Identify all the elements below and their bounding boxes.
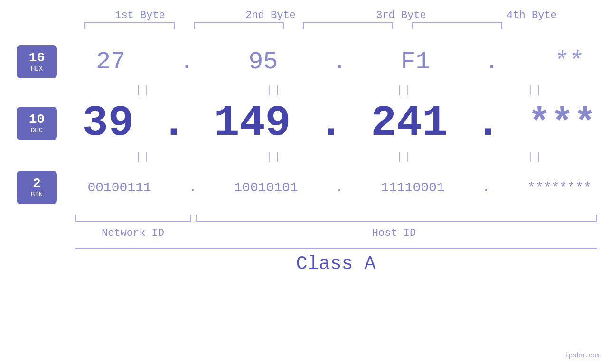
hex-base-name: HEX: [31, 65, 43, 73]
bin-dot2: .: [336, 180, 344, 195]
dec-byte3: 241: [371, 99, 448, 148]
bin-base-number: 2: [33, 177, 41, 191]
eq5: ||: [89, 151, 198, 163]
top-brackets: [75, 22, 597, 31]
bracket-byte1: [84, 22, 175, 29]
bin-row: 2 BIN 00100111 . 10010101 . 11110001 . *…: [0, 164, 610, 211]
network-id-label: Network ID: [75, 227, 191, 239]
byte3-label: 3rd Byte: [347, 9, 456, 21]
hex-base-number: 16: [29, 51, 45, 65]
dec-byte4: ***: [528, 102, 596, 145]
hex-byte4: **: [554, 48, 583, 76]
bin-values-area: 00100111 . 10010101 . 11110001 . *******…: [69, 180, 610, 195]
dec-base-name: DEC: [31, 127, 43, 134]
hex-base-badge: 16 HEX: [17, 45, 57, 78]
class-label: Class A: [296, 253, 375, 275]
watermark: ipshu.com: [564, 352, 601, 359]
bin-base-name: BIN: [31, 191, 43, 198]
hex-values-area: 27 . 95 . F1 . **: [69, 48, 610, 76]
hex-dot3: .: [485, 48, 499, 76]
eq1: ||: [89, 84, 198, 96]
dec-values-area: 39 . 149 . 241 . ***: [69, 99, 610, 148]
dec-byte2: 149: [214, 99, 291, 148]
bin-byte3: 11110001: [381, 180, 444, 195]
bottom-section: Network ID Host ID: [75, 215, 597, 239]
bin-dot3: .: [482, 180, 490, 195]
dec-dot1: .: [161, 99, 187, 148]
bracket-host: [196, 215, 597, 222]
host-id-label: Host ID: [191, 227, 597, 239]
hex-byte2: 95: [248, 48, 278, 76]
byte1-label: 1st Byte: [85, 9, 195, 21]
bin-byte2: 10010101: [234, 180, 298, 195]
eq8: ||: [481, 151, 590, 163]
dec-byte1: 39: [83, 99, 134, 148]
bracket-byte4: [412, 22, 502, 29]
eq7: ||: [350, 151, 460, 163]
byte2-label: 2nd Byte: [216, 9, 325, 21]
main-container: 1st Byte 2nd Byte 3rd Byte 4th Byte 16 H…: [0, 0, 610, 364]
bottom-labels: Network ID Host ID: [75, 227, 597, 239]
eq4: ||: [481, 84, 590, 96]
equals-row-1: || || || ||: [78, 83, 601, 97]
dec-dot2: .: [318, 99, 344, 148]
dec-base-number: 10: [29, 112, 45, 127]
byte-headers: 1st Byte 2nd Byte 3rd Byte 4th Byte: [75, 9, 597, 21]
hex-byte1: 27: [96, 48, 125, 76]
bin-byte4: ********: [527, 180, 591, 195]
dec-row: 10 DEC 39 . 149 . 241 . ***: [0, 97, 610, 149]
bracket-byte2: [194, 22, 284, 29]
bin-base-badge: 2 BIN: [17, 171, 57, 204]
hex-byte3: F1: [401, 48, 430, 76]
hex-dot2: .: [332, 48, 347, 76]
eq2: ||: [220, 84, 329, 96]
eq3: ||: [350, 84, 460, 96]
hex-dot1: .: [179, 48, 194, 76]
byte4-label: 4th Byte: [477, 9, 586, 21]
bin-byte1: 00100111: [87, 180, 151, 195]
bracket-byte3: [303, 22, 393, 29]
hex-row: 16 HEX 27 . 95 . F1 . **: [0, 40, 610, 83]
eq6: ||: [220, 151, 329, 163]
class-row: Class A: [75, 248, 597, 275]
dec-dot3: .: [475, 99, 501, 148]
bracket-network: [75, 215, 191, 222]
bin-dot1: .: [189, 180, 197, 195]
bottom-brackets: [75, 215, 597, 224]
dec-base-badge: 10 DEC: [17, 107, 57, 140]
equals-row-2: || || || ||: [78, 149, 601, 164]
